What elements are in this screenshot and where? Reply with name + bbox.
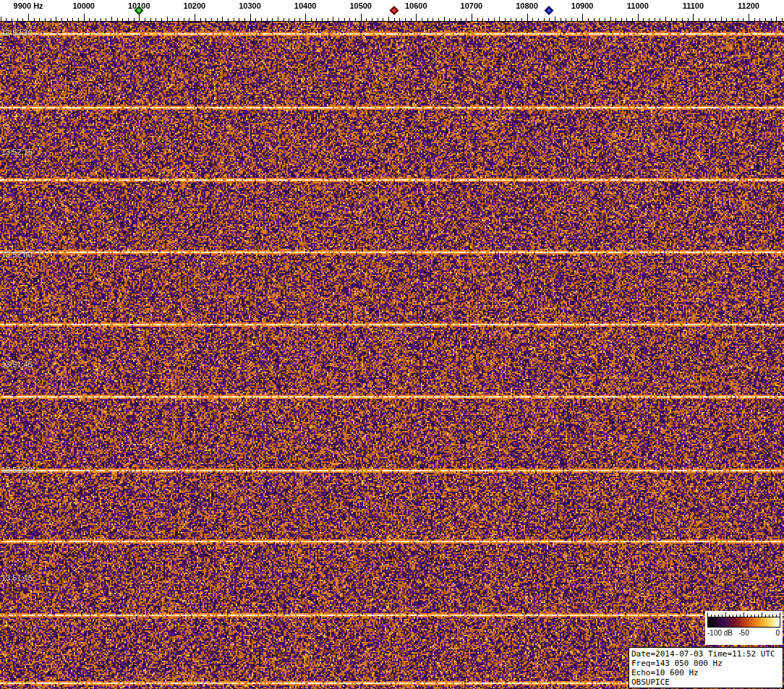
ruler-tick [45, 18, 46, 21]
info-freq-line: Freq=143 050 000 Hz [631, 659, 780, 668]
ruler-tick [594, 18, 595, 21]
ruler-tick [1, 17, 1, 21]
ruler-tick [477, 18, 478, 21]
ruler-tick [449, 18, 450, 21]
ruler-tick [466, 18, 466, 21]
ruler-tick [749, 14, 749, 21]
freq-label: 10500 [349, 1, 372, 10]
ruler-tick [599, 18, 600, 21]
ruler-tick [84, 14, 85, 21]
ruler-tick [693, 14, 694, 21]
ruler-tick [167, 17, 168, 21]
ruler-tick [106, 18, 106, 21]
ruler-tick [255, 18, 256, 21]
ruler-tick [12, 18, 12, 21]
ruler-tick [6, 18, 7, 21]
ruler-tick [344, 18, 345, 21]
info-date-line: Date=2014-07-03 Time=11:52 UTC [631, 649, 780, 659]
ruler-tick [67, 18, 68, 21]
ruler-tick [89, 18, 90, 21]
ruler-tick [189, 18, 189, 21]
colorbar-mid-label: -50 [738, 629, 749, 637]
ruler-tick [732, 18, 733, 21]
colorbar-labels: -100 dB -50 0 [707, 628, 780, 638]
colorbar-gradient [707, 617, 780, 628]
ruler-tick [78, 18, 79, 21]
ruler-tick [328, 18, 328, 21]
frequency-ruler[interactable]: 9900 Hz100001010010200103001040010500106… [0, 0, 784, 22]
ruler-tick [566, 18, 566, 21]
ruler-tick [316, 18, 317, 21]
ruler-tick [682, 18, 683, 21]
ruler-tick [588, 18, 589, 21]
ruler-tick [250, 14, 251, 21]
ruler-tick [771, 18, 772, 21]
ruler-tick [704, 18, 705, 21]
info-box: Date=2014-07-03 Time=11:52 UTCFreq=143 0… [629, 647, 783, 688]
ruler-tick [383, 18, 383, 21]
blue-frequency-marker-icon[interactable] [545, 6, 554, 15]
ruler-tick [782, 18, 783, 21]
ruler-tick [349, 18, 350, 21]
ruler-tick [195, 14, 195, 21]
ruler-tick [688, 18, 689, 21]
ruler-tick [72, 18, 73, 21]
ruler-tick [39, 18, 40, 21]
ruler-tick [61, 18, 62, 21]
ruler-tick [338, 18, 339, 21]
ruler-tick [555, 17, 555, 21]
ruler-tick [511, 18, 511, 21]
ruler-tick [284, 18, 284, 21]
ruler-tick [161, 18, 162, 21]
ruler-tick [372, 18, 372, 21]
ruler-tick [605, 18, 605, 21]
ruler-tick [155, 18, 156, 21]
ruler-tick [101, 18, 101, 21]
red-frequency-marker-icon[interactable] [389, 6, 399, 15]
ruler-tick [217, 18, 218, 21]
ruler-tick [294, 18, 295, 21]
ruler-tick [139, 14, 140, 21]
ruler-tick [521, 18, 522, 21]
freq-label: 11000 [627, 1, 649, 10]
freq-label: 10000 [72, 1, 95, 10]
ruler-tick [361, 14, 362, 21]
freq-label: 10600 [405, 1, 427, 10]
ruler-tick [394, 18, 395, 21]
ruler-tick [649, 18, 649, 21]
ruler-tick [444, 17, 445, 21]
ruler-tick [17, 18, 18, 21]
ruler-tick [759, 18, 760, 21]
freq-label: 10300 [239, 1, 261, 10]
ruler-tick [299, 18, 300, 21]
ruler-tick [532, 18, 533, 21]
ruler-tick [416, 14, 417, 21]
ruler-tick [715, 18, 716, 21]
ruler-tick [626, 18, 627, 21]
ruler-tick [28, 14, 29, 21]
freq-label: 10700 [461, 1, 483, 10]
ruler-tick [433, 18, 433, 21]
ruler-tick [615, 18, 616, 21]
ruler-tick [333, 17, 333, 21]
ruler-tick [738, 18, 738, 21]
waterfall-canvas[interactable] [0, 22, 784, 689]
ruler-tick [278, 17, 278, 21]
info-station-line: OBSUPICE [631, 677, 780, 687]
ruler-tick [267, 18, 268, 21]
ruler-tick [765, 18, 766, 21]
freq-label: 11200 [738, 1, 759, 10]
ruler-tick [582, 14, 583, 21]
ruler-tick [699, 18, 699, 21]
ruler-tick [422, 18, 422, 21]
ruler-tick [499, 17, 500, 21]
ruler-tick [145, 18, 145, 21]
ruler-tick [305, 14, 306, 21]
ruler-tick [427, 18, 428, 21]
ruler-tick [355, 18, 356, 21]
ruler-tick [222, 17, 223, 21]
ruler-tick [776, 17, 777, 21]
ruler-tick [244, 18, 245, 21]
ruler-tick [488, 18, 489, 21]
ruler-tick [621, 18, 622, 21]
